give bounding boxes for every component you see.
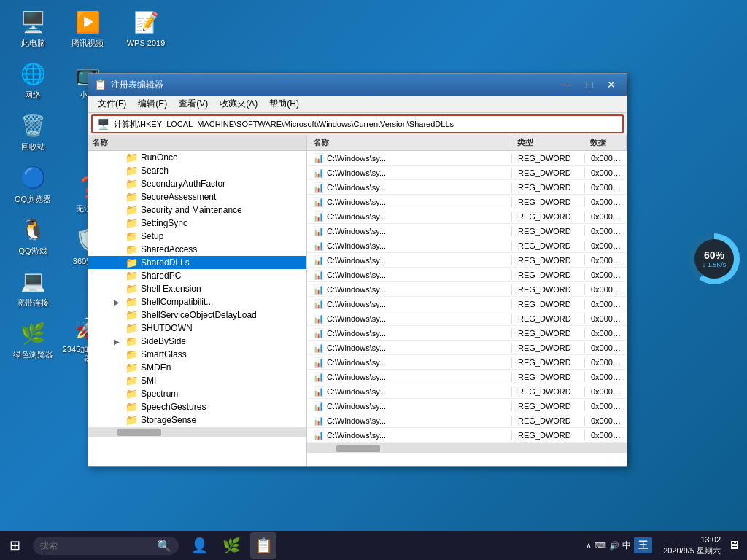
value-row[interactable]: 📊C:\Windows\sy...REG_DWORD0x00000001 (1) <box>307 413 627 428</box>
value-row[interactable]: 📊C:\Windows\sy...REG_DWORD0x00000001 (1) <box>307 180 627 195</box>
desktop-icon-green[interactable]: 🌿 绿色浏览器 <box>7 319 58 359</box>
tree-item[interactable]: 📁Setup <box>88 230 306 243</box>
taskbar-chevron-icon[interactable]: ∧ <box>586 541 592 551</box>
desktop-icon-tencent[interactable]: ▶️ 腾讯视频 <box>62 7 113 48</box>
taskbar-clock[interactable]: 13:02 2020/9/5 星期六 <box>663 534 721 557</box>
value-name: 📊C:\Windows\sy... <box>307 182 511 193</box>
value-name: 📊C:\Windows\sy... <box>307 400 511 412</box>
value-reg-icon: 📊 <box>313 284 324 295</box>
registry-tree[interactable]: 名称 📁RunOnce📁Search📁SecondaryAuthFactor📁S… <box>88 135 307 466</box>
close-button[interactable]: ✕ <box>602 77 621 92</box>
tree-item[interactable]: 📁SharedAccess <box>88 243 306 256</box>
tree-item[interactable]: 📁ShellServiceObjectDelayLoad <box>88 308 306 322</box>
value-reg-icon: 📊 <box>313 182 324 192</box>
tree-item[interactable]: 📁RunOnce <box>88 151 306 164</box>
value-row[interactable]: 📊C:\Windows\sy...REG_DWORD0x00000001 (1) <box>307 151 627 166</box>
value-row[interactable]: 📊C:\Windows\sy...REG_DWORD0x00000001 (1) <box>307 166 627 180</box>
values-scrollbar-thumb <box>336 445 380 452</box>
tree-item[interactable]: 📁SecureAssessment <box>88 190 306 203</box>
value-name-text: C:\Windows\sy... <box>327 416 386 425</box>
tree-item[interactable]: 📁SpeechGestures <box>88 400 306 413</box>
tree-item[interactable]: 📁Spectrum <box>88 387 306 400</box>
values-scrollbar-h[interactable] <box>307 443 627 453</box>
value-data: 0x00000001 (1) <box>584 401 627 411</box>
minimize-button[interactable]: ─ <box>558 77 577 92</box>
tree-item[interactable]: 📁SettingSync <box>88 217 306 230</box>
value-row[interactable]: 📊C:\Windows\sy...REG_DWORD0x00000001 (1) <box>307 384 627 399</box>
desktop-icon-wps[interactable]: 📝 WPS 2019 <box>120 7 171 48</box>
desktop-icon-network[interactable]: 🌐 网络 <box>7 59 58 100</box>
taskbar-search-input[interactable] <box>40 540 157 551</box>
qqgame-icon: 🐧 <box>18 215 47 244</box>
folder-icon: 📁 <box>125 270 138 281</box>
taskbar-icon-green[interactable]: 🌿 <box>218 532 244 559</box>
tree-item[interactable]: 📁SMI <box>88 374 306 387</box>
tree-item[interactable]: 📁SharedPC <box>88 269 306 282</box>
value-row[interactable]: 📊C:\Windows\sy...REG_DWORD0x00000001 (1) <box>307 224 627 238</box>
value-row[interactable]: 📊C:\Windows\sy...REG_DWORD0x00000001 (1) <box>307 355 627 370</box>
value-row[interactable]: 📊C:\Windows\sy...REG_DWORD0x00000001 (1) <box>307 238 627 253</box>
menu-edit[interactable]: 编辑(E) <box>132 96 173 112</box>
tree-item[interactable]: ▶📁SideBySide <box>88 335 306 348</box>
menu-favorites[interactable]: 收藏夹(A) <box>214 96 263 112</box>
menu-help[interactable]: 帮助(H) <box>263 96 305 112</box>
taskbar-ime-mode[interactable]: 中 <box>622 540 631 552</box>
tree-item[interactable]: 📁Shell Extension <box>88 282 306 295</box>
value-name: 📊C:\Windows\sy... <box>307 240 511 252</box>
value-row[interactable]: 📊C:\Windows\sy...REG_DWORD0x00000001 (1) <box>307 297 627 311</box>
value-reg-icon: 📊 <box>313 416 324 426</box>
tree-item-label: Security and Maintenance <box>141 205 242 215</box>
value-type: REG_DWORD <box>511 211 584 222</box>
start-button[interactable]: ⊞ <box>0 531 29 560</box>
value-row[interactable]: 📊C:\Windows\sy...REG_DWORD0x00000001 (1) <box>307 268 627 282</box>
value-name-text: C:\Windows\sy... <box>327 314 386 323</box>
value-reg-icon: 📊 <box>313 255 324 265</box>
desktop-icon-qq-browser[interactable]: 🔵 QQ浏览器 <box>7 163 58 204</box>
value-row[interactable]: 📊C:\Windows\sy...REG_DWORD0x00000001 (1) <box>307 311 627 326</box>
tree-item[interactable]: 📁SmartGlass <box>88 348 306 361</box>
value-row[interactable]: 📊C:\Windows\sy...REG_DWORD0x00000001 (1) <box>307 428 627 443</box>
taskbar-ime-label[interactable]: 王 <box>634 537 652 553</box>
tree-item[interactable]: 📁StorageSense <box>88 413 306 427</box>
desktop-icon-broadband[interactable]: 💻 宽带连接 <box>7 267 58 308</box>
maximize-button[interactable]: □ <box>580 77 599 92</box>
tree-item[interactable]: 📁SMDEn <box>88 361 306 374</box>
tree-scrollbar-h[interactable] <box>88 427 306 437</box>
value-row[interactable]: 📊C:\Windows\sy...REG_DWORD0x00000001 (1) <box>307 341 627 355</box>
value-data: 0x00000001 (1) <box>584 430 627 440</box>
tree-item[interactable]: 📁SharedDLLs <box>88 256 306 269</box>
value-data: 0x00000001 (1) <box>584 386 627 397</box>
menu-file[interactable]: 文件(F) <box>92 96 132 112</box>
taskbar-desktop-btn[interactable]: 🖥 <box>728 539 740 552</box>
folder-icon: 📁 <box>125 230 138 242</box>
tree-item[interactable]: 📁Search <box>88 164 306 177</box>
desktop-icon-recycle[interactable]: 🗑️ 回收站 <box>7 111 58 152</box>
tree-item[interactable]: 📁Security and Maintenance <box>88 203 306 217</box>
taskbar-keyboard-icon[interactable]: ⌨ <box>595 541 606 551</box>
tree-item[interactable]: ▶📁ShellCompatibilit... <box>88 295 306 308</box>
desktop-icon-qqgame[interactable]: 🐧 QQ游戏 <box>7 215 58 256</box>
taskbar-icon-person[interactable]: 👤 <box>186 532 212 559</box>
taskbar-search[interactable]: 🔍 <box>33 537 179 555</box>
value-row[interactable]: 📊C:\Windows\sy...REG_DWORD0x00000001 (1) <box>307 326 627 341</box>
folder-icon: 📁 <box>125 309 138 321</box>
tree-item[interactable]: 📁SHUTDOWN <box>88 322 306 335</box>
titlebar-buttons: ─ □ ✕ <box>558 77 621 92</box>
folder-icon: 📁 <box>125 388 138 400</box>
value-row[interactable]: 📊C:\Windows\sy...REG_DWORD0x00000001 (1) <box>307 253 627 268</box>
value-data: 0x00000001 (1) <box>584 211 627 222</box>
value-row[interactable]: 📊C:\Windows\sy...REG_DWORD0x00000001 (1) <box>307 209 627 224</box>
value-row[interactable]: 📊C:\Windows\sy...REG_DWORD0x00000001 (1) <box>307 370 627 384</box>
menu-view[interactable]: 查看(V) <box>173 96 214 112</box>
taskbar-volume-icon[interactable]: 🔊 <box>609 541 619 551</box>
taskbar-icon-registry[interactable]: 📋 <box>250 532 276 559</box>
value-name-text: C:\Windows\sy... <box>327 212 386 221</box>
desktop-icon-computer[interactable]: 🖥️ 此电脑 <box>7 7 58 48</box>
value-row[interactable]: 📊C:\Windows\sy...REG_DWORD0x00000001 (1) <box>307 195 627 209</box>
value-row[interactable]: 📊C:\Windows\sy...REG_DWORD0x00000001 (1) <box>307 399 627 413</box>
value-reg-icon: 📊 <box>313 386 324 397</box>
value-row[interactable]: 📊C:\Windows\sy...REG_DWORD0x00000001 (1) <box>307 282 627 297</box>
tree-item[interactable]: 📁SecondaryAuthFactor <box>88 177 306 190</box>
folder-icon: 📁 <box>125 283 138 295</box>
value-reg-icon: 📊 <box>313 211 324 222</box>
